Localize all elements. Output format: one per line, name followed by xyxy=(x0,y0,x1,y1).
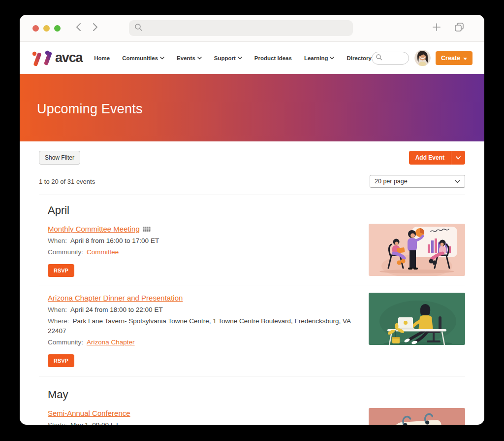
divider xyxy=(39,195,465,195)
chevron-down-icon xyxy=(160,57,164,60)
nav-item-events[interactable]: Events xyxy=(177,55,202,61)
event-item: Semi-Annual Conference Starts:May 1, 09:… xyxy=(39,404,465,425)
site-navbar: avca Home Communities Events Support Pro… xyxy=(20,42,484,74)
avca-logo[interactable]: avca xyxy=(32,49,82,67)
add-event-button[interactable]: Add Event xyxy=(409,151,465,165)
month-section-may: May Semi-Annual Conference Starts:May 1,… xyxy=(39,376,465,425)
month-heading: May xyxy=(48,388,465,401)
chevron-down-icon xyxy=(330,57,334,60)
field-label: Community: xyxy=(48,248,83,256)
nav-item-product-ideas[interactable]: Product Ideas xyxy=(254,55,292,61)
hero-banner: Upcoming Events xyxy=(20,74,484,141)
recurring-event-icon xyxy=(143,225,151,233)
tab-overview-icon[interactable] xyxy=(454,22,465,34)
event-item: Monthly Committee Meeting When:April 8 f… xyxy=(39,220,465,285)
field-label: Community: xyxy=(48,339,83,346)
nav-item-communities[interactable]: Communities xyxy=(122,55,164,61)
nav-item-learning[interactable]: Learning xyxy=(304,55,335,61)
per-page-select[interactable]: 20 per page xyxy=(370,175,465,188)
event-title-link[interactable]: Semi-Annual Conference xyxy=(48,409,130,417)
event-item: Arizona Chapter Dinner and Presentation … xyxy=(39,285,465,375)
events-count-summary: 1 to 20 of 31 events xyxy=(39,178,95,185)
forward-icon[interactable] xyxy=(92,22,98,34)
meeting-presentation-illustration xyxy=(369,224,465,276)
calendar-illustration xyxy=(369,408,465,425)
back-icon[interactable] xyxy=(75,22,82,34)
show-filter-button[interactable]: Show Filter xyxy=(39,151,80,165)
create-button[interactable]: Create xyxy=(436,51,472,65)
close-window-button[interactable] xyxy=(32,25,39,32)
chevron-down-icon xyxy=(238,57,242,60)
rsvp-button[interactable]: RSVP xyxy=(48,354,74,367)
field-value: April 24 from 18:00 to 22:00 ET xyxy=(70,306,163,313)
field-label: Starts: xyxy=(48,421,67,425)
remote-work-desk-illustration xyxy=(369,293,465,345)
per-page-caret-icon xyxy=(455,180,460,183)
search-icon xyxy=(376,54,382,63)
site-search-input[interactable] xyxy=(372,52,409,65)
browser-chrome xyxy=(20,15,484,42)
avca-logo-icon xyxy=(32,49,52,67)
user-avatar[interactable] xyxy=(414,50,431,66)
window-controls xyxy=(32,25,61,32)
nav-item-home[interactable]: Home xyxy=(94,55,110,61)
nav-item-directory[interactable]: Directory xyxy=(346,55,372,61)
event-title-link[interactable]: Monthly Committee Meeting xyxy=(48,225,140,233)
month-heading: April xyxy=(48,204,465,217)
community-link[interactable]: Committee xyxy=(87,248,119,256)
new-tab-icon[interactable] xyxy=(432,23,441,34)
field-value: May 1, 09:00 ET xyxy=(70,421,119,425)
chevron-down-icon xyxy=(197,57,202,60)
field-label: Where: xyxy=(48,317,69,325)
month-section-april: April Monthly Committee Meeting When:Apr… xyxy=(39,204,465,375)
logo-wordmark: avca xyxy=(55,50,82,66)
event-title-link[interactable]: Arizona Chapter Dinner and Presentation xyxy=(48,294,183,302)
address-bar[interactable] xyxy=(129,20,353,36)
minimize-window-button[interactable] xyxy=(43,25,50,32)
zoom-window-button[interactable] xyxy=(54,25,61,32)
field-label: When: xyxy=(48,237,67,244)
create-caret-icon xyxy=(463,55,467,62)
field-value: April 8 from 16:00 to 17:00 ET xyxy=(70,237,159,244)
field-value: Park Lane Tavern- Spotsylvania Towne Cen… xyxy=(48,317,350,335)
url-search-icon xyxy=(134,23,143,34)
add-event-caret-icon[interactable] xyxy=(451,151,465,165)
browser-window: avca Home Communities Events Support Pro… xyxy=(20,15,484,425)
rsvp-button[interactable]: RSVP xyxy=(48,264,74,277)
page-title: Upcoming Events xyxy=(37,102,143,117)
nav-item-support[interactable]: Support xyxy=(214,55,242,61)
field-label: When: xyxy=(48,306,67,313)
community-link[interactable]: Arizona Chapter xyxy=(87,339,135,346)
